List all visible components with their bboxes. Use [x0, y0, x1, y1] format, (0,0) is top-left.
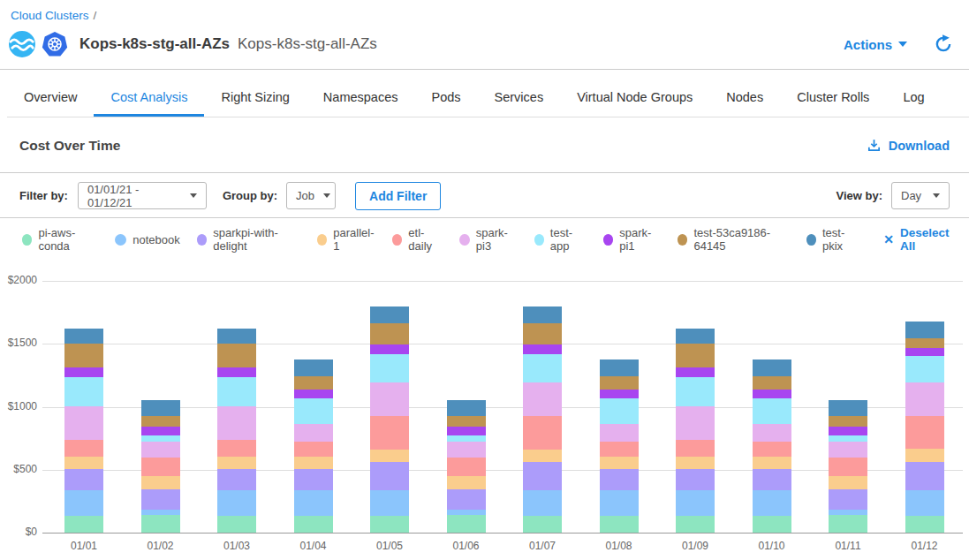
- stacked-bar-01/10[interactable]: [753, 359, 791, 533]
- bar-segment-spark-pi1[interactable]: [600, 390, 639, 398]
- bar-segment-spark-pi1[interactable]: [676, 367, 715, 377]
- bar-segment-test-app[interactable]: [753, 398, 791, 425]
- legend-item-test-app[interactable]: test-app: [534, 226, 587, 253]
- bar-segment-etl-daily[interactable]: [141, 458, 180, 476]
- bar-segment-sparkpi-with-delight[interactable]: [294, 469, 333, 490]
- legend-item-spark-pi1[interactable]: spark-pi1: [603, 226, 661, 253]
- stacked-bar-01/02[interactable]: [141, 400, 180, 533]
- bar-segment-spark-pi3[interactable]: [64, 406, 103, 440]
- bar-segment-test-app[interactable]: [523, 354, 562, 382]
- bar-segment-pi-aws-conda[interactable]: [141, 515, 180, 533]
- bar-segment-spark-pi1[interactable]: [294, 390, 333, 398]
- legend-item-pi-aws-conda[interactable]: pi-aws-conda: [22, 226, 98, 253]
- bar-segment-spark-pi1[interactable]: [141, 427, 180, 436]
- bar-segment-notebook[interactable]: [523, 490, 562, 516]
- bar-segment-pi-aws-conda[interactable]: [905, 516, 944, 533]
- bar-segment-pi-aws-conda[interactable]: [523, 516, 562, 533]
- bar-segment-sparkpi-with-delight[interactable]: [829, 489, 867, 510]
- bar-segment-sparkpi-with-delight[interactable]: [600, 469, 639, 490]
- bar-segment-notebook[interactable]: [905, 490, 944, 516]
- bar-segment-spark-pi1[interactable]: [370, 344, 409, 354]
- bar-segment-sparkpi-with-delight[interactable]: [217, 469, 256, 490]
- bar-segment-spark-pi3[interactable]: [141, 442, 180, 457]
- bar-segment-spark-pi3[interactable]: [370, 382, 409, 416]
- bar-segment-etl-daily[interactable]: [217, 440, 256, 457]
- legend-item-notebook[interactable]: notebook: [115, 233, 180, 246]
- stacked-bar-01/09[interactable]: [676, 329, 715, 533]
- bar-segment-spark-pi3[interactable]: [447, 442, 486, 457]
- bar-segment-pi-aws-conda[interactable]: [447, 515, 486, 533]
- stacked-bar-01/04[interactable]: [294, 359, 333, 533]
- bar-segment-pi-aws-conda[interactable]: [217, 516, 256, 533]
- bar-segment-parallel-1[interactable]: [294, 457, 333, 469]
- stacked-bar-01/11[interactable]: [829, 400, 867, 533]
- bar-segment-spark-pi3[interactable]: [523, 382, 562, 416]
- bar-segment-test-app[interactable]: [676, 377, 715, 406]
- bar-segment-etl-daily[interactable]: [370, 416, 409, 450]
- bar-segment-test-53ca9186-64145[interactable]: [753, 376, 791, 389]
- bar-segment-test-app[interactable]: [217, 377, 256, 406]
- bar-segment-notebook[interactable]: [294, 490, 333, 516]
- breadcrumb-link-cloud-clusters[interactable]: Cloud Clusters: [11, 9, 89, 22]
- bar-segment-sparkpi-with-delight[interactable]: [753, 469, 791, 490]
- bar-segment-spark-pi1[interactable]: [829, 427, 867, 436]
- bar-segment-notebook[interactable]: [64, 490, 103, 516]
- bar-segment-parallel-1[interactable]: [676, 457, 715, 469]
- bar-segment-notebook[interactable]: [753, 490, 791, 516]
- bar-segment-test-pkix[interactable]: [294, 359, 333, 376]
- bar-segment-pi-aws-conda[interactable]: [676, 516, 715, 533]
- bar-segment-test-pkix[interactable]: [600, 359, 639, 376]
- bar-segment-parallel-1[interactable]: [523, 450, 562, 462]
- bar-segment-spark-pi1[interactable]: [217, 367, 256, 377]
- bar-segment-spark-pi3[interactable]: [294, 424, 333, 441]
- bar-segment-spark-pi1[interactable]: [64, 367, 103, 377]
- bar-segment-parallel-1[interactable]: [141, 476, 180, 489]
- tab-nodes[interactable]: Nodes: [709, 79, 780, 117]
- bar-segment-pi-aws-conda[interactable]: [294, 516, 333, 533]
- bar-segment-sparkpi-with-delight[interactable]: [64, 469, 103, 490]
- legend-item-spark-pi3[interactable]: spark-pi3: [459, 226, 517, 253]
- stacked-bar-01/05[interactable]: [370, 306, 409, 533]
- bar-segment-sparkpi-with-delight[interactable]: [905, 462, 944, 490]
- bar-segment-sparkpi-with-delight[interactable]: [523, 462, 562, 490]
- stacked-bar-01/01[interactable]: [64, 329, 103, 533]
- bar-segment-test-pkix[interactable]: [829, 400, 867, 416]
- bar-segment-test-app[interactable]: [294, 398, 333, 425]
- group-by-dropdown[interactable]: Job: [286, 182, 336, 209]
- bar-segment-test-app[interactable]: [64, 377, 103, 406]
- bar-segment-etl-daily[interactable]: [523, 416, 562, 450]
- tab-cluster-rolls[interactable]: Cluster Rolls: [780, 79, 886, 117]
- bar-segment-spark-pi3[interactable]: [676, 406, 715, 440]
- actions-button[interactable]: Actions: [844, 37, 907, 52]
- bar-segment-sparkpi-with-delight[interactable]: [370, 462, 409, 490]
- bar-segment-test-pkix[interactable]: [141, 400, 180, 416]
- bar-segment-test-app[interactable]: [141, 435, 180, 442]
- bar-segment-test-53ca9186-64145[interactable]: [217, 344, 256, 368]
- bar-segment-etl-daily[interactable]: [829, 458, 867, 476]
- bar-segment-pi-aws-conda[interactable]: [829, 515, 867, 533]
- bar-segment-sparkpi-with-delight[interactable]: [447, 489, 486, 510]
- bar-segment-etl-daily[interactable]: [447, 458, 486, 476]
- bar-segment-test-pkix[interactable]: [370, 306, 409, 323]
- bar-segment-parallel-1[interactable]: [447, 476, 486, 489]
- bar-segment-pi-aws-conda[interactable]: [753, 516, 791, 533]
- bar-segment-parallel-1[interactable]: [905, 449, 944, 462]
- bar-segment-parallel-1[interactable]: [64, 457, 103, 469]
- bar-segment-test-53ca9186-64145[interactable]: [447, 416, 486, 427]
- bar-segment-test-app[interactable]: [370, 354, 409, 382]
- stacked-bar-01/12[interactable]: [905, 322, 944, 533]
- bar-segment-pi-aws-conda[interactable]: [64, 516, 103, 533]
- bar-segment-test-53ca9186-64145[interactable]: [64, 344, 103, 368]
- bar-segment-spark-pi1[interactable]: [753, 390, 791, 398]
- legend-item-parallel-1[interactable]: parallel-1: [317, 226, 375, 253]
- legend-item-test-pkix[interactable]: test-pkix: [806, 226, 860, 253]
- bar-segment-test-pkix[interactable]: [753, 359, 791, 376]
- bar-segment-spark-pi3[interactable]: [217, 406, 256, 440]
- tab-services[interactable]: Services: [478, 79, 561, 117]
- bar-segment-etl-daily[interactable]: [753, 442, 791, 457]
- legend-item-etl-daily[interactable]: etl-daily: [392, 226, 443, 253]
- bar-segment-sparkpi-with-delight[interactable]: [141, 489, 180, 510]
- stacked-bar-01/03[interactable]: [217, 329, 256, 533]
- bar-segment-parallel-1[interactable]: [829, 476, 867, 489]
- bar-segment-parallel-1[interactable]: [370, 450, 409, 462]
